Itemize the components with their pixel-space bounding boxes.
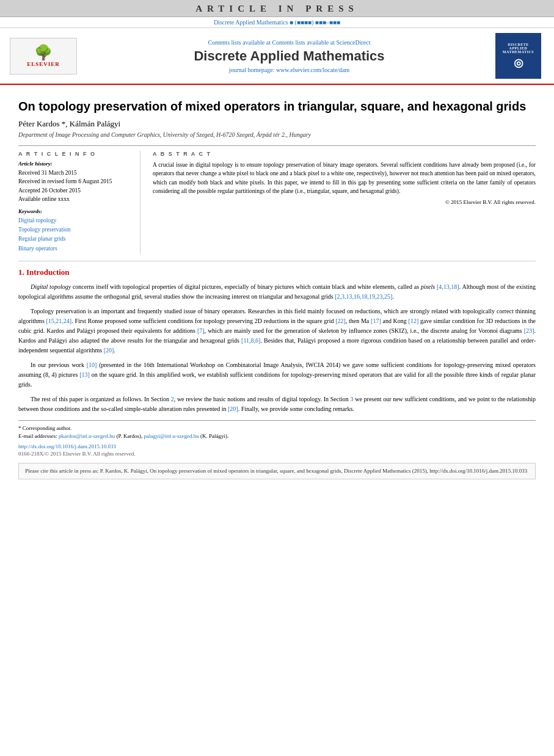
journal-ref-bar: Discrete Applied Mathematics ■ (■■■■) ■■… (0, 17, 554, 28)
article-info-title: A R T I C L E I N F O (18, 151, 133, 157)
keywords-section: Keywords: Digital topology Topology pres… (18, 208, 133, 253)
online-date: Available online xxxx (18, 195, 133, 203)
elsevier-name: ELSEVIER (27, 61, 60, 67)
copyright: © 2015 Elsevier B.V. All rights reserved… (153, 199, 536, 205)
elsevier-tree-icon: 🌳 (34, 45, 53, 60)
ref-4-13-18[interactable]: [4,13,18] (437, 283, 459, 290)
intro-paragraph-1: Digital topology concerns itself with to… (18, 282, 536, 302)
dam-logo: DISCRETEAPPLIEDMATHEMATICS ◎ (495, 33, 541, 79)
ref-7[interactable]: [7] (197, 327, 205, 334)
ref-section-3[interactable]: 3 (351, 396, 354, 402)
ref-17[interactable]: [17] (371, 318, 381, 324)
journal-homepage[interactable]: journal homepage: www.elsevier.com/locat… (83, 67, 495, 73)
dam-logo-text: DISCRETEAPPLIEDMATHEMATICS (503, 43, 534, 54)
intro-paragraph-3: In our previous work [10] (presented in … (18, 360, 536, 390)
revised-date: Received in revised form 6 August 2015 (18, 177, 133, 186)
science-direct-text[interactable]: Contents lists available at ScienceDirec… (272, 39, 370, 46)
issn-section: 0166-218X/© 2015 Elsevier B.V. All right… (18, 451, 536, 457)
main-content: On topology preservation of mixed operat… (0, 85, 554, 487)
journal-header-center: Contents lists available at Contents lis… (83, 39, 495, 73)
section-divider (18, 261, 536, 261)
authors: Péter Kardos *, Kálmán Palágyi (18, 119, 536, 129)
banner-text: ARTICLE IN PRESS (195, 4, 359, 13)
abstract-text: A crucial issue in digital topology is t… (153, 161, 536, 195)
elsevier-logo: 🌳 ELSEVIER (10, 38, 77, 75)
doi-section[interactable]: http://dx.doi.org/10.1016/j.dam.2015.10.… (18, 443, 536, 449)
notice-box: Please cite this article in press as: P.… (18, 463, 536, 480)
ref-12[interactable]: [12] (409, 318, 419, 324)
email1-name: (P. Kardos), (117, 433, 143, 439)
footnote-email: E-mail addresses: pkardos@inf.u-szeged.h… (18, 432, 536, 441)
homepage-url[interactable]: www.elsevier.com/locate/dam (276, 67, 349, 73)
abstract-title: A B S T R A C T (153, 151, 536, 157)
ref-section-2[interactable]: 2 (171, 396, 174, 402)
intro-paragraph-2: Topology preservation is an important an… (18, 307, 536, 355)
elsevier-logo-container: 🌳 ELSEVIER (10, 38, 83, 75)
history-title: Article history: (18, 161, 133, 167)
doi-link[interactable]: http://dx.doi.org/10.1016/j.dam.2015.10.… (18, 443, 116, 449)
journal-title: Discrete Applied Mathematics (83, 48, 495, 64)
affiliation: Department of Image Processing and Compu… (18, 131, 536, 138)
keyword-1[interactable]: Digital topology (18, 216, 133, 225)
ref-11-8-6[interactable]: [11,8,6] (241, 337, 260, 344)
email2-link[interactable]: palagyi@inf.u-szeged.hu (144, 433, 199, 439)
keywords-title: Keywords: (18, 208, 133, 214)
footnote-corresponding: * Corresponding author. (18, 424, 536, 433)
keyword-4[interactable]: Binary operators (18, 244, 133, 253)
email-label: E-mail addresses: (18, 433, 57, 439)
issn-text: 0166-218X/© 2015 Elsevier B.V. All right… (18, 451, 135, 457)
journal-header: 🌳 ELSEVIER Contents lists available at C… (0, 28, 554, 85)
dam-logo-container: DISCRETEAPPLIEDMATHEMATICS ◎ (495, 33, 544, 79)
notice-text: Please cite this article in press as: P.… (25, 468, 527, 474)
received-date: Received 31 March 2015 (18, 169, 133, 177)
pixels-italic: pixels (421, 283, 435, 290)
introduction-heading: 1. Introduction (18, 267, 536, 277)
ref-2-3-13[interactable]: [2,3,13,16,18,19,23,25] (335, 293, 392, 300)
email1-link[interactable]: pkardos@inf.u-szeged.hu (59, 433, 115, 439)
intro-paragraph-4: The rest of this paper is organized as f… (18, 394, 536, 414)
science-direct-prefix: Contents lists available at (208, 39, 272, 46)
keyword-3[interactable]: Regular planar grids (18, 234, 133, 244)
journal-ref-text: Discrete Applied Mathematics ■ (■■■■) ■■… (214, 19, 340, 26)
info-section: A R T I C L E I N F O Article history: R… (18, 145, 536, 253)
science-direct-link[interactable]: Contents lists available at Contents lis… (83, 39, 495, 46)
ref-22[interactable]: [22] (335, 318, 346, 324)
homepage-prefix: journal homepage: (229, 67, 276, 73)
ref-23[interactable]: [23] (524, 327, 534, 334)
ref-20[interactable]: [20] (104, 347, 114, 354)
digital-topology-italic: Digital topology (31, 283, 71, 290)
ref-20-p4[interactable]: [20] (228, 405, 238, 412)
paper-title: On topology preservation of mixed operat… (18, 98, 536, 114)
accepted-date: Accepted 26 October 2015 (18, 186, 133, 195)
article-info: A R T I C L E I N F O Article history: R… (18, 151, 140, 253)
email2-name: (K. Palágyi). (200, 433, 228, 439)
ref-15-21-24[interactable]: [15,21,24] (46, 318, 72, 324)
abstract-section: A B S T R A C T A crucial issue in digit… (153, 151, 536, 253)
ref-13-p3[interactable]: [13] (79, 371, 90, 378)
corresponding-author-text: * Corresponding author. (18, 425, 71, 431)
dam-logo-icon: ◎ (514, 56, 523, 70)
keyword-2[interactable]: Topology preservation (18, 225, 133, 234)
ref-10[interactable]: [10] (87, 362, 97, 368)
footnote-divider (18, 420, 536, 421)
aip-banner: ARTICLE IN PRESS (0, 0, 554, 17)
